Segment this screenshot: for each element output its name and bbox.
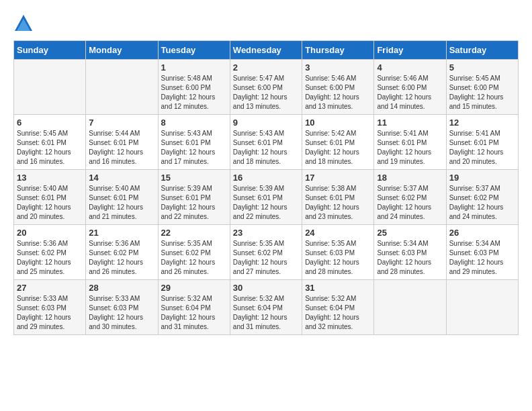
calendar-cell: 13Sunrise: 5:40 AM Sunset: 6:01 PM Dayli… (14, 170, 86, 225)
day-info: Sunrise: 5:38 AM Sunset: 6:01 PM Dayligh… (305, 184, 371, 222)
logo (13, 13, 36, 34)
day-number: 14 (89, 173, 154, 183)
calendar-cell (446, 280, 518, 335)
day-info: Sunrise: 5:33 AM Sunset: 6:03 PM Dayligh… (89, 294, 154, 332)
day-number: 5 (449, 62, 515, 73)
calendar-cell: 1Sunrise: 5:48 AM Sunset: 6:00 PM Daylig… (158, 60, 230, 115)
day-number: 23 (233, 228, 299, 238)
day-number: 7 (89, 118, 154, 128)
logo-icon (13, 13, 34, 34)
day-number: 4 (377, 62, 443, 73)
day-number: 11 (377, 118, 443, 128)
page-header (13, 13, 519, 34)
calendar-header: SundayMondayTuesdayWednesdayThursdayFrid… (14, 41, 519, 60)
calendar-cell: 15Sunrise: 5:39 AM Sunset: 6:01 PM Dayli… (158, 170, 230, 225)
day-number: 6 (17, 118, 83, 128)
day-number: 13 (17, 173, 83, 183)
day-info: Sunrise: 5:33 AM Sunset: 6:03 PM Dayligh… (17, 294, 83, 332)
calendar-cell: 7Sunrise: 5:44 AM Sunset: 6:01 PM Daylig… (86, 115, 158, 170)
day-number: 3 (305, 62, 371, 73)
header-friday: Friday (374, 41, 446, 60)
calendar-cell: 29Sunrise: 5:32 AM Sunset: 6:04 PM Dayli… (158, 280, 230, 335)
calendar-cell: 17Sunrise: 5:38 AM Sunset: 6:01 PM Dayli… (302, 170, 374, 225)
week-row-1: 1Sunrise: 5:48 AM Sunset: 6:00 PM Daylig… (14, 60, 519, 115)
calendar-cell: 30Sunrise: 5:32 AM Sunset: 6:04 PM Dayli… (230, 280, 302, 335)
day-number: 20 (17, 228, 83, 238)
day-info: Sunrise: 5:42 AM Sunset: 6:01 PM Dayligh… (305, 129, 371, 167)
day-info: Sunrise: 5:36 AM Sunset: 6:02 PM Dayligh… (17, 239, 83, 277)
header-thursday: Thursday (302, 41, 374, 60)
day-number: 18 (377, 173, 443, 183)
day-info: Sunrise: 5:41 AM Sunset: 6:01 PM Dayligh… (377, 129, 443, 167)
day-number: 27 (17, 283, 83, 293)
day-info: Sunrise: 5:45 AM Sunset: 6:01 PM Dayligh… (17, 129, 83, 167)
day-info: Sunrise: 5:37 AM Sunset: 6:02 PM Dayligh… (377, 184, 443, 222)
calendar-cell: 8Sunrise: 5:43 AM Sunset: 6:01 PM Daylig… (158, 115, 230, 170)
day-info: Sunrise: 5:45 AM Sunset: 6:00 PM Dayligh… (449, 74, 515, 111)
day-number: 30 (233, 283, 299, 293)
calendar-cell: 2Sunrise: 5:47 AM Sunset: 6:00 PM Daylig… (230, 60, 302, 115)
calendar-cell: 9Sunrise: 5:43 AM Sunset: 6:01 PM Daylig… (230, 115, 302, 170)
day-info: Sunrise: 5:40 AM Sunset: 6:01 PM Dayligh… (89, 184, 154, 222)
day-number: 26 (449, 228, 515, 238)
calendar-table: SundayMondayTuesdayWednesdayThursdayFrid… (13, 40, 519, 335)
calendar-cell: 18Sunrise: 5:37 AM Sunset: 6:02 PM Dayli… (374, 170, 446, 225)
header-saturday: Saturday (446, 41, 518, 60)
day-info: Sunrise: 5:43 AM Sunset: 6:01 PM Dayligh… (161, 129, 227, 167)
calendar-cell (14, 60, 86, 115)
header-row: SundayMondayTuesdayWednesdayThursdayFrid… (14, 41, 519, 60)
calendar-cell: 14Sunrise: 5:40 AM Sunset: 6:01 PM Dayli… (86, 170, 158, 225)
calendar-cell: 27Sunrise: 5:33 AM Sunset: 6:03 PM Dayli… (14, 280, 86, 335)
day-number: 19 (449, 173, 515, 183)
day-info: Sunrise: 5:34 AM Sunset: 6:03 PM Dayligh… (449, 239, 515, 277)
week-row-4: 20Sunrise: 5:36 AM Sunset: 6:02 PM Dayli… (14, 225, 519, 280)
calendar-cell: 16Sunrise: 5:39 AM Sunset: 6:01 PM Dayli… (230, 170, 302, 225)
day-info: Sunrise: 5:46 AM Sunset: 6:00 PM Dayligh… (377, 74, 443, 111)
day-info: Sunrise: 5:40 AM Sunset: 6:01 PM Dayligh… (17, 184, 83, 222)
day-number: 24 (305, 228, 371, 238)
day-number: 16 (233, 173, 299, 183)
calendar-cell (86, 60, 158, 115)
day-info: Sunrise: 5:46 AM Sunset: 6:00 PM Dayligh… (305, 74, 371, 111)
day-number: 31 (305, 283, 371, 293)
day-number: 12 (449, 118, 515, 128)
day-info: Sunrise: 5:32 AM Sunset: 6:04 PM Dayligh… (233, 294, 299, 332)
day-number: 1 (161, 62, 227, 73)
header-wednesday: Wednesday (230, 41, 302, 60)
calendar-cell (374, 280, 446, 335)
day-number: 8 (161, 118, 227, 128)
calendar-cell: 31Sunrise: 5:32 AM Sunset: 6:04 PM Dayli… (302, 280, 374, 335)
calendar-cell: 19Sunrise: 5:37 AM Sunset: 6:02 PM Dayli… (446, 170, 518, 225)
day-number: 2 (233, 62, 299, 73)
day-number: 22 (161, 228, 227, 238)
day-number: 25 (377, 228, 443, 238)
calendar-cell: 6Sunrise: 5:45 AM Sunset: 6:01 PM Daylig… (14, 115, 86, 170)
day-info: Sunrise: 5:47 AM Sunset: 6:00 PM Dayligh… (233, 74, 299, 111)
calendar-cell: 24Sunrise: 5:35 AM Sunset: 6:03 PM Dayli… (302, 225, 374, 280)
calendar-cell: 23Sunrise: 5:35 AM Sunset: 6:02 PM Dayli… (230, 225, 302, 280)
calendar-cell: 26Sunrise: 5:34 AM Sunset: 6:03 PM Dayli… (446, 225, 518, 280)
calendar-cell: 28Sunrise: 5:33 AM Sunset: 6:03 PM Dayli… (86, 280, 158, 335)
day-info: Sunrise: 5:35 AM Sunset: 6:03 PM Dayligh… (305, 239, 371, 277)
header-monday: Monday (86, 41, 158, 60)
calendar-cell: 12Sunrise: 5:41 AM Sunset: 6:01 PM Dayli… (446, 115, 518, 170)
day-info: Sunrise: 5:39 AM Sunset: 6:01 PM Dayligh… (233, 184, 299, 222)
day-info: Sunrise: 5:35 AM Sunset: 6:02 PM Dayligh… (233, 239, 299, 277)
day-number: 17 (305, 173, 371, 183)
calendar-cell: 25Sunrise: 5:34 AM Sunset: 6:03 PM Dayli… (374, 225, 446, 280)
week-row-3: 13Sunrise: 5:40 AM Sunset: 6:01 PM Dayli… (14, 170, 519, 225)
calendar-body: 1Sunrise: 5:48 AM Sunset: 6:00 PM Daylig… (14, 60, 519, 335)
day-number: 10 (305, 118, 371, 128)
day-info: Sunrise: 5:48 AM Sunset: 6:00 PM Dayligh… (161, 74, 227, 111)
day-info: Sunrise: 5:39 AM Sunset: 6:01 PM Dayligh… (161, 184, 227, 222)
header-sunday: Sunday (14, 41, 86, 60)
day-number: 29 (161, 283, 227, 293)
calendar-cell: 10Sunrise: 5:42 AM Sunset: 6:01 PM Dayli… (302, 115, 374, 170)
day-info: Sunrise: 5:41 AM Sunset: 6:01 PM Dayligh… (449, 129, 515, 167)
day-info: Sunrise: 5:32 AM Sunset: 6:04 PM Dayligh… (305, 294, 371, 332)
day-info: Sunrise: 5:35 AM Sunset: 6:02 PM Dayligh… (161, 239, 227, 277)
calendar-cell: 22Sunrise: 5:35 AM Sunset: 6:02 PM Dayli… (158, 225, 230, 280)
day-info: Sunrise: 5:37 AM Sunset: 6:02 PM Dayligh… (449, 184, 515, 222)
calendar-cell: 3Sunrise: 5:46 AM Sunset: 6:00 PM Daylig… (302, 60, 374, 115)
day-number: 15 (161, 173, 227, 183)
